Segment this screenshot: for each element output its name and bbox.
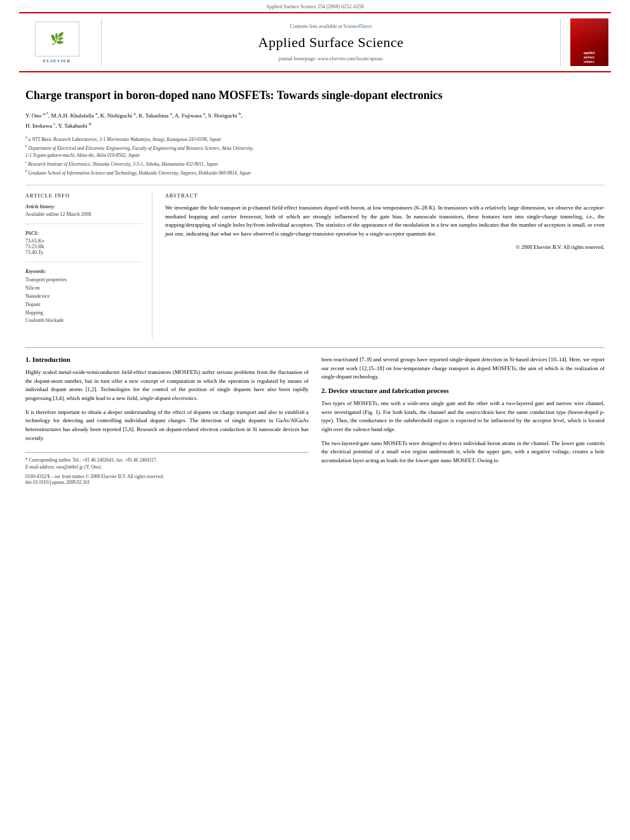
available-online: Available online 12 March 2008	[25, 211, 142, 217]
journal-meta-bar: Applied Surface Science 254 (2008) 6252–…	[0, 0, 630, 12]
keywords-label: Keywords:	[25, 269, 142, 274]
device-paragraph-1: Two types of MOSFETs, one with a wide-ar…	[321, 399, 605, 434]
pacs-group: PACS: 73.63.Kv 73.23.Hk 73.40.Ty	[25, 230, 142, 262]
device-section-title: 2. Device structure and fabrication proc…	[321, 387, 605, 394]
affiliations: a a NTT Basic Research Laboratories, 3-1…	[25, 135, 605, 185]
authors-line: Y. Ono a,*, M.A.H. Khalafalla a, K. Nish…	[25, 110, 605, 130]
journal-homepage: journal homepage: www.elsevier.com/locat…	[278, 56, 384, 62]
pacs-value-3: 73.40.Ty	[25, 250, 142, 255]
intro-right-paragraph: been reactivated [7–9] and several group…	[321, 356, 605, 382]
keyword-4: Dopant	[25, 301, 142, 309]
doi-section: 0169-4332/$ – see front matter © 2008 El…	[25, 474, 309, 485]
article-info-label: ARTICLE INFO	[25, 193, 142, 199]
article-history-group: Article history: Available online 12 Mar…	[25, 204, 142, 224]
email-note: E-mail address: ono@nttbrl.jp (Y. Ono).	[25, 463, 309, 470]
elsevier-logo-area: 🌿 ELSEVIER	[19, 18, 102, 66]
pacs-value-1: 73.63.Kv	[25, 238, 142, 244]
issn-line: 0169-4332/$ – see front matter © 2008 El…	[25, 474, 309, 479]
affiliation-c: c Research Institute of Electronics, Shi…	[25, 160, 605, 168]
sciencedirect-link: Contents lists available at ScienceDirec…	[290, 23, 372, 29]
pacs-label: PACS:	[25, 230, 142, 236]
keywords-list: Transport properties Silicon Nanodevice …	[25, 276, 142, 325]
page-wrapper: Applied Surface Science 254 (2008) 6252–…	[0, 0, 630, 840]
body-content: 1. Introduction Highly scaled metal-oxid…	[25, 347, 605, 485]
body-right-column: been reactivated [7–9] and several group…	[321, 356, 605, 485]
keywords-group: Keywords: Transport properties Silicon N…	[25, 269, 142, 331]
journal-cover-thumbnail: appliedsurfacescience	[570, 18, 608, 66]
journal-header: 🌿 ELSEVIER Contents lists available at S…	[19, 12, 611, 72]
article-info-abstract: ARTICLE INFO Article history: Available …	[25, 193, 605, 338]
affiliation-a: a a NTT Basic Research Laboratories, 3-1…	[25, 135, 605, 143]
elsevier-logo-box: 🌿	[35, 22, 79, 57]
keyword-1: Transport properties	[25, 276, 142, 284]
journal-thumbnail-area: appliedsurfacescience	[560, 18, 611, 66]
journal-title-area: Contents lists available at ScienceDirec…	[102, 18, 560, 66]
doi-line: doi:10.1016/j.apsusc.2008.02.161	[25, 479, 309, 485]
journal-thumb-label: appliedsurfacescience	[584, 51, 594, 64]
history-label: Article history:	[25, 204, 142, 210]
italic-term: single-dopant electronics	[140, 395, 196, 401]
keyword-2: Silicon	[25, 284, 142, 293]
elsevier-wordmark: ELSEVIER	[35, 58, 79, 63]
corresponding-author-note: * Corresponding author. Tel.: +81 46 240…	[25, 457, 309, 463]
abstract-label: ABSTRACT	[165, 193, 605, 199]
copyright-notice: © 2008 Elsevier B.V. All rights reserved…	[165, 243, 605, 251]
footnote-section: * Corresponding author. Tel.: +81 46 240…	[25, 452, 309, 471]
abstract-text: We investigate the hole transport in p-c…	[165, 204, 605, 251]
affiliation-b: b Department of Electrical and Electroni…	[25, 144, 605, 159]
keyword-5: Hopping	[25, 309, 142, 317]
pacs-value-2: 73.23.Hk	[25, 244, 142, 250]
device-paragraph-2: The two-layered-gate nano MOSFETs were d…	[321, 439, 605, 465]
journal-name: Applied Surface Science	[258, 34, 404, 51]
body-left-column: 1. Introduction Highly scaled metal-oxid…	[25, 356, 309, 485]
elsevier-logo: 🌿 ELSEVIER	[35, 22, 79, 63]
intro-paragraph-2: It is therefore important to obtain a de…	[25, 408, 309, 443]
article-title: Charge transport in boron-doped nano MOS…	[25, 88, 605, 103]
sciencedirect-url[interactable]: ScienceDirect	[344, 23, 372, 29]
main-content: Charge transport in boron-doped nano MOS…	[0, 72, 630, 498]
authors-text: Y. Ono a,*, M.A.H. Khalafalla a, K. Nish…	[25, 112, 243, 128]
keyword-6: Coulomb blockade	[25, 317, 142, 325]
keyword-3: Nanodevice	[25, 293, 142, 301]
abstract-column: ABSTRACT We investigate the hole transpo…	[165, 193, 605, 338]
affiliation-d: d Graduate School of Information Science…	[25, 169, 605, 177]
intro-section-title: 1. Introduction	[25, 356, 309, 363]
journal-citation: Applied Surface Science 254 (2008) 6252–…	[266, 4, 364, 10]
intro-paragraph-1: Highly scaled metal-oxide-semiconductor …	[25, 368, 309, 403]
elsevier-tree-icon: 🌿	[50, 33, 64, 44]
article-info-column: ARTICLE INFO Article history: Available …	[25, 193, 152, 338]
